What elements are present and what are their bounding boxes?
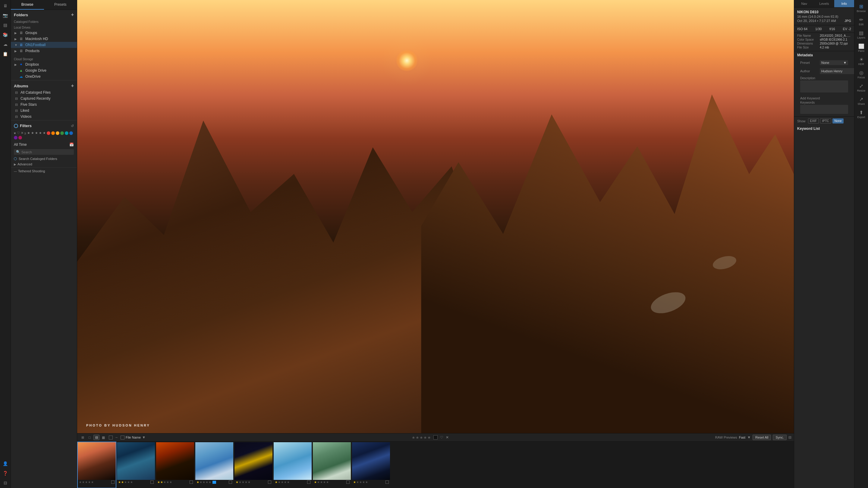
thumb-checkbox[interactable] [268, 481, 271, 484]
rail-layers-button[interactable]: ▤ Layers [855, 29, 868, 41]
view-single-icon[interactable]: □ [87, 435, 93, 440]
thumbnail-1[interactable]: ★ ★ ★ ★ ★ [116, 442, 156, 488]
thumb-checkbox[interactable] [111, 481, 115, 484]
person-icon[interactable]: 👤 [1, 459, 10, 468]
view-large-icon[interactable]: ▦ [100, 435, 106, 440]
filter-heart-outline-icon[interactable]: ♡ [17, 131, 20, 135]
stack-icon[interactable]: 📚 [1, 30, 10, 39]
tethered-row[interactable]: — Tethered Shooting [11, 168, 77, 174]
album-videos[interactable]: ⊟ Videos [11, 113, 77, 120]
thumb-checkbox[interactable] [150, 481, 154, 484]
album-captured-recently[interactable]: ⊟ Captured Recently [11, 96, 77, 101]
thumbnail-3[interactable]: ★ ★ ★ ★ ★ [195, 442, 234, 488]
thumbnail-2[interactable]: ★ ★ ★ ★ ★ [156, 442, 195, 488]
filter-x-icon[interactable]: ✕ [21, 131, 24, 135]
filter-color-yellow[interactable] [56, 131, 59, 135]
star-5[interactable]: ★ [427, 435, 431, 440]
filter-star1[interactable]: ★ [27, 131, 30, 135]
layers-icon[interactable]: ▤ [1, 21, 10, 30]
sidebar-item-dropbox[interactable]: ▶ ✦ Dropbox [11, 61, 77, 67]
rail-share-button[interactable]: ↗ Share [855, 95, 868, 107]
sidebar-item-on1football[interactable]: ▼ 🖥 ON1Football [11, 42, 77, 48]
select-all-checkbox[interactable] [109, 435, 113, 440]
thumb-checkbox[interactable] [385, 481, 389, 484]
filter-refresh-icon[interactable]: ↺ [71, 124, 74, 128]
tab-info[interactable]: Info [834, 0, 854, 7]
rail-export-button[interactable]: ⬆ Export [855, 108, 868, 121]
filename-checkbox[interactable] [121, 435, 124, 440]
album-five-stars[interactable]: ⊟ Five Stars [11, 101, 77, 107]
advanced-row[interactable]: ▶ Advanced [11, 161, 77, 167]
view-grid-icon[interactable]: ⊞ [80, 435, 86, 440]
tab-browse[interactable]: Browse [11, 0, 44, 10]
filter-color-red[interactable] [47, 131, 50, 135]
color-label[interactable] [433, 435, 438, 440]
show-none-button[interactable]: None [832, 119, 844, 124]
tab-nav[interactable]: Nav [794, 0, 814, 7]
monitor-icon[interactable]: 🖥 [1, 1, 10, 10]
thumb-checkbox[interactable] [229, 481, 232, 484]
star-2[interactable]: ★ [415, 435, 419, 440]
sidebar-item-google-drive[interactable]: ▲ Google Drive [11, 67, 77, 73]
filter-star5[interactable]: ★ [43, 131, 46, 135]
tab-levels[interactable]: Levels [814, 0, 834, 7]
filter-color-blue[interactable] [69, 131, 73, 135]
filter-color-green[interactable] [60, 131, 64, 135]
filter-star4[interactable]: ★ [39, 131, 42, 135]
rail-pano-button[interactable]: ⬜ Pano [855, 42, 868, 54]
help-icon[interactable]: ❓ [1, 469, 10, 478]
expand-icon[interactable]: ⊟ [788, 435, 792, 440]
rail-focus-button[interactable]: ◎ Focus [855, 69, 868, 81]
reject-icon[interactable]: ✕ [446, 435, 449, 440]
thumbnail-6[interactable]: ★ ★ ★ ★ ★ [312, 442, 351, 488]
show-iptc-button[interactable]: IPTC [820, 119, 831, 124]
album-liked[interactable]: ⊟ Liked [11, 107, 77, 113]
filter-color-pink[interactable] [19, 136, 22, 139]
album-all-cataloged[interactable]: ⊟ All Cataloged Files [11, 90, 77, 96]
calendar-icon[interactable]: 📅 [69, 142, 74, 147]
view-medium-icon[interactable]: ⊟ [93, 435, 99, 440]
add-album-button[interactable]: + [71, 84, 74, 88]
camera-icon[interactable]: 📷 [1, 11, 10, 20]
thumb-checkbox[interactable] [190, 481, 193, 484]
thumb-checkbox[interactable] [307, 481, 310, 484]
sync-button[interactable]: Sync. [773, 435, 786, 440]
star-3[interactable]: ★ [420, 435, 423, 440]
star-4[interactable]: ★ [424, 435, 427, 440]
filter-star3[interactable]: ★ [35, 131, 38, 135]
cloud-icon[interactable]: ☁ [1, 40, 10, 49]
tab-presets[interactable]: Presets [44, 0, 77, 10]
reset-all-button[interactable]: Reset All [752, 435, 771, 440]
thumb-checkbox[interactable] [346, 481, 350, 484]
search-catalog-row[interactable]: Search Cataloged Folders [11, 156, 77, 161]
filter-color-orange[interactable] [51, 131, 55, 135]
show-exif-button[interactable]: EXIF [808, 119, 819, 124]
add-folder-button[interactable]: + [71, 12, 74, 17]
filter-gte-icon[interactable]: ≥ [24, 131, 26, 135]
heart-icon[interactable]: ♡ [440, 435, 443, 440]
search-input[interactable] [22, 150, 72, 154]
rail-edit-button[interactable]: ✏ Edit [855, 16, 868, 28]
sidebar-item-macintosh[interactable]: ▶ 🖥 Macintosh HD [11, 36, 77, 42]
rail-browse-button[interactable]: ⊞ Browse [855, 2, 868, 14]
thumbnail-4[interactable]: ★ ★ ★ ★ ★ [234, 442, 273, 488]
sidebar-item-products[interactable]: ▶ 🖥 Products [11, 48, 77, 54]
thumbnail-0[interactable]: ★ ★ ★ ★ ★ [77, 442, 116, 488]
panels-icon[interactable]: ⊟ [1, 478, 10, 487]
pages-icon[interactable]: 📋 [1, 50, 10, 59]
keywords-box[interactable] [800, 105, 848, 114]
preset-dropdown[interactable]: None ▼ [820, 60, 848, 65]
rail-hdr-button[interactable]: ☀ HDR [855, 56, 868, 67]
filter-color-teal[interactable] [65, 131, 68, 135]
filter-color-purple[interactable] [14, 136, 18, 139]
author-input[interactable] [820, 68, 854, 74]
star-1[interactable]: ★ [412, 435, 415, 440]
description-textarea[interactable] [800, 80, 848, 93]
filter-heart-icon[interactable]: ♥ [14, 131, 16, 135]
sidebar-item-groups[interactable]: ▶ 🖥 Groups [11, 30, 77, 36]
thumbnail-7[interactable]: ★ ★ ★ ★ ★ [351, 442, 391, 488]
raw-dropdown-icon[interactable]: ▼ [747, 435, 751, 440]
filter-star2[interactable]: ★ [31, 131, 34, 135]
sidebar-item-onedrive[interactable]: ☁ OneDrive [11, 73, 77, 79]
sort-chevron-icon[interactable]: ▼ [142, 435, 146, 440]
